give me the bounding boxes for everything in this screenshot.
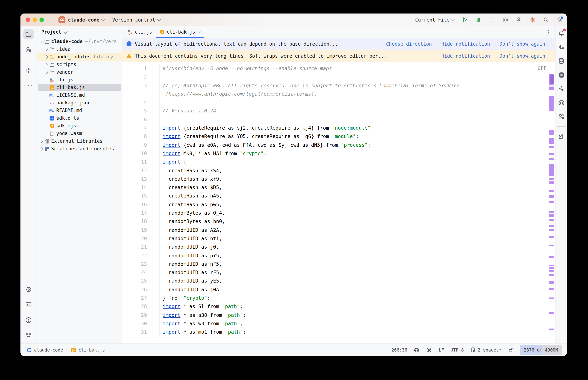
tree-item-package-json[interactable]: {}package.json [37,99,122,107]
tree-item-node-modules[interactable]: node_moduleslibrary [37,53,122,61]
database-tool-window-button[interactable] [557,57,565,65]
scrollbar-thumb[interactable] [550,75,554,84]
tree-item-scripts[interactable]: scripts [37,61,122,68]
tree-item-sdk-mjs[interactable]: JSsdk.mjs [37,122,122,130]
line-number[interactable]: 9 [122,141,160,149]
line-number[interactable]: 28 [122,303,160,311]
tree-item-claude-code[interactable]: claude-code~/.nvm/vers [37,38,122,45]
tree-item-cli-js[interactable]: 100JScli.js [37,76,122,84]
pull-requests-tool-window-button[interactable]: ? [23,44,34,55]
line-number[interactable]: 26 [122,285,160,294]
banner-link-choose-direction[interactable]: Choose direction [386,41,432,47]
line-number[interactable]: 5 [122,107,160,115]
line-number[interactable]: 8 [122,132,160,141]
editor-scrollbar[interactable] [549,62,554,343]
inspection-level-indicator[interactable]: OFF [538,64,547,73]
line-number[interactable]: 3 [122,81,160,90]
banner-link-hide-notification[interactable]: Hide notification [441,53,490,58]
services-tool-window-button[interactable] [23,284,34,295]
tree-item-license-md[interactable]: MLICENSE.md [37,91,122,99]
line-number[interactable]: 30 [122,319,160,328]
memory-indicator[interactable]: 2376 of 4900M [520,345,562,355]
editor-tab-cli-js[interactable]: 100JScli.js [124,26,156,38]
minimize-window-button[interactable] [33,18,37,22]
line-number[interactable]: 2 [122,73,160,81]
tab-close-icon[interactable]: × [198,29,201,35]
tree-item-vendor[interactable]: vendor [37,68,122,76]
line-number[interactable]: 17 [122,209,160,217]
ai-assistant-tool-window-button[interactable] [557,43,565,51]
project-tool-window-button[interactable] [23,29,34,39]
markdown-plugin-tool-window-button[interactable] [557,133,565,141]
ai-assistant-icon[interactable]: @ [502,16,509,23]
tree-expand-chevron-icon[interactable] [43,71,49,74]
tree-item-sdk-d-ts[interactable]: TSsdk.d.ts [37,114,122,122]
tree-item-external-libraries[interactable]: External Libraries [37,137,122,145]
tab-list-more-button[interactable]: ⋮ [542,26,555,38]
line-number[interactable]: 12 [122,166,160,175]
indent-widget[interactable]: 2 spaces* [470,347,501,353]
tree-expand-chevron-icon[interactable] [43,48,49,51]
line-number[interactable]: 11 [122,158,160,167]
run-button[interactable] [461,16,468,23]
close-window-button[interactable] [26,18,30,22]
more-tool-windows-button[interactable]: ··· [23,81,34,91]
line-number[interactable]: 6 [122,115,160,124]
copilot-tool-window-button[interactable] [557,98,565,107]
breadcrumb-project[interactable]: claude-code [34,347,63,352]
breadcrumb-file[interactable]: cli-bak.js [78,347,105,352]
line-number[interactable]: 7 [122,124,160,132]
tree-item--idea[interactable]: .idea [37,45,122,53]
terminal-tool-window-button[interactable] [23,300,34,310]
copilot-status-icon[interactable] [414,347,420,353]
search-everywhere-button[interactable] [542,16,550,23]
line-separator-widget[interactable]: LF [439,347,444,352]
line-number[interactable]: 10 [122,149,160,158]
zoom-window-button[interactable] [40,18,44,22]
line-number[interactable]: 18 [122,217,160,226]
banner-link-hide-notification[interactable]: Hide notification [441,41,490,47]
tree-expand-chevron-icon[interactable] [43,55,49,58]
line-number[interactable]: 13 [122,175,160,183]
x-plugin-tool-window-button[interactable] [557,71,565,79]
line-number[interactable]: 31 [122,328,160,336]
tree-item-cli-bak-js[interactable]: JScli-bak.js [37,84,122,91]
git-tool-window-button[interactable] [23,330,34,341]
line-number[interactable]: 4 [122,98,160,107]
tree-expand-chevron-icon[interactable] [38,147,43,150]
plugin-star-icon[interactable] [529,16,536,23]
tree-item-readme-md[interactable]: MREADME.md [37,107,122,114]
tree-expand-chevron-icon[interactable] [38,140,43,143]
banner-link-don-t-show-again[interactable]: Don't show again [500,41,545,47]
banner-link-don-t-show-again[interactable]: Don't show again [500,53,545,58]
readonly-lock-icon[interactable] [508,347,513,353]
highlighting-off-icon[interactable] [426,347,432,353]
line-number[interactable]: 29 [122,311,160,319]
problems-tool-window-button[interactable] [23,315,34,325]
line-number[interactable]: 27 [122,294,160,303]
line-number[interactable]: 14 [122,183,160,192]
line-number[interactable]: 22 [122,251,160,260]
structure-tool-window-button[interactable] [23,65,34,76]
vcs-menu[interactable]: Version control [112,17,160,22]
add-user-button[interactable] [515,16,523,23]
line-number[interactable]: 15 [122,192,160,200]
line-number[interactable]: 21 [122,243,160,251]
tree-expand-chevron-icon[interactable] [38,40,43,43]
pinwheel-plugin-tool-window-button[interactable] [557,85,565,93]
notifications-button[interactable] [557,29,565,37]
tree-item-scratches-and-consoles[interactable]: Scratches and Consoles [37,145,122,152]
run-configuration-selector[interactable]: Current File [415,17,454,22]
editor-tab-cli-bak-js[interactable]: JScli-bak.js× [156,26,204,38]
tree-item-yoga-wasm[interactable]: yoga.wasm [37,130,122,137]
settings-button[interactable] [556,16,563,23]
code-with-me-tool-window-button[interactable] [557,113,565,120]
encoding-widget[interactable]: UTF-8 [451,347,464,352]
line-number[interactable]: 1 [122,64,160,73]
line-number[interactable]: 19 [122,226,160,234]
code-editor[interactable]: 1#!/usr/bin/env -S node --no-warnings --… [122,62,555,343]
project-switcher[interactable]: claude-code [68,17,104,22]
line-number[interactable]: 16 [122,200,160,209]
more-actions-button[interactable]: ⋮ [488,16,496,23]
line-number[interactable]: 24 [122,268,160,277]
